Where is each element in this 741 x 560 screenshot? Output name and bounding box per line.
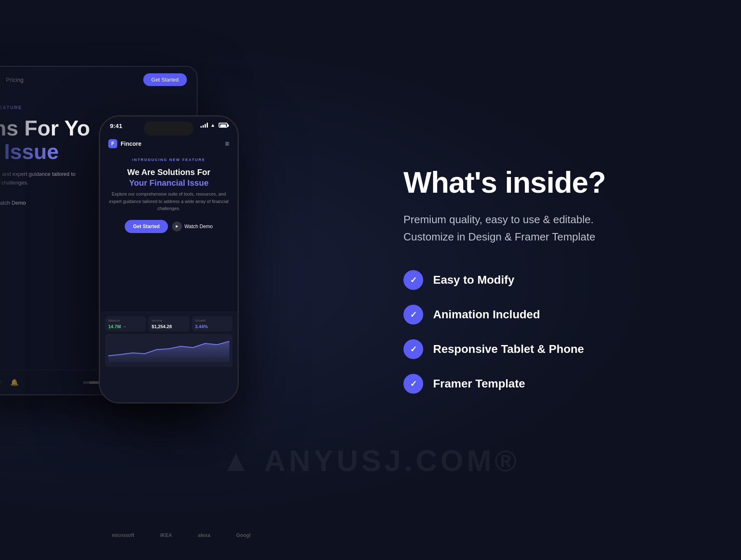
dashboard-card-1: Balance 14.7M →	[105, 316, 146, 331]
phone-headline-line1: We Are Solutions For	[108, 167, 229, 177]
check-circle-1: ✓	[403, 270, 423, 290]
feature-item-1: ✓ Easy to Modify	[403, 270, 700, 290]
card-value-1: 14.7M →	[108, 324, 142, 329]
checkmark-icon-4: ✓	[410, 379, 417, 389]
card-value-3: 3.44%	[195, 324, 229, 329]
phone-headline-colored: Your Financial Issue	[108, 177, 229, 188]
phone-watch-demo-button[interactable]: ▶ Watch Demo	[172, 222, 213, 231]
feature-item-2: ✓ Animation Included	[403, 305, 700, 324]
signal-bar-3	[205, 124, 206, 128]
chart-svg	[108, 337, 229, 362]
phone-play-icon: ▶	[172, 222, 182, 231]
brand-ikea: IKEA	[160, 532, 172, 538]
brand-google: Googl	[236, 532, 251, 538]
card-label-2: Income	[151, 319, 186, 322]
tablet-bottom-icons: 💬 ⊙ 🔔	[0, 378, 19, 386]
tablet-watch-demo-button[interactable]: ▶ Watch Demo	[0, 197, 26, 209]
feature-label-4: Framer Template	[433, 377, 525, 390]
feature-item-3: ✓ Responsive Tablet & Phone	[403, 339, 700, 359]
phone-action-buttons: Get Started ▶ Watch Demo	[108, 220, 229, 233]
card-label-1: Balance	[108, 319, 142, 322]
phone-dynamic-island	[144, 121, 193, 135]
battery-fill	[220, 124, 226, 127]
tablet-badge: NEW FEATURE	[0, 105, 184, 110]
phone-logo: F Fincore	[108, 139, 142, 148]
phone-time: 9:41	[110, 122, 122, 129]
phone-content: INTRODUCING NEW FEATURE We Are Solutions…	[100, 158, 238, 233]
feature-label-3: Responsive Tablet & Phone	[433, 343, 584, 356]
card-label-3: Growth	[195, 319, 229, 322]
phone-screen: 9:41 ▲ F Fin	[100, 117, 238, 402]
phone-mockup: 9:41 ▲ F Fin	[99, 115, 239, 404]
settings-icon: ⊙	[0, 378, 2, 386]
phone-logo-text: Fincore	[121, 140, 142, 147]
phone-get-started-button[interactable]: Get Started	[125, 220, 168, 233]
brand-alexa: alexa	[198, 532, 210, 538]
card-value-2: $1,254.28	[151, 324, 186, 329]
feature-item-4: ✓ Framer Template	[403, 374, 700, 394]
tablet-topbar: Feature Pricing Get Started	[0, 67, 197, 93]
page-title: What's inside?	[403, 166, 700, 199]
tablet-subtext: sources, and expert guidance tailored to…	[0, 170, 96, 187]
phone-subtext: Explore our comprehensive suite of tools…	[108, 191, 229, 212]
battery-icon	[219, 123, 228, 128]
dashboard-card-3: Growth 3.44%	[192, 316, 233, 331]
content-section: What's inside? Premium quality, easy to …	[370, 0, 741, 560]
signal-bar-2	[203, 125, 204, 128]
dashboard-chart	[105, 334, 233, 367]
devices-section: Feature Pricing Get Started NEW FEATURE …	[0, 0, 272, 560]
signal-icon	[200, 123, 208, 128]
page-description: Premium quality, easy to use & editable.…	[403, 211, 642, 245]
checkmark-icon-1: ✓	[410, 275, 417, 285]
tablet-nav-left: Feature Pricing	[0, 77, 23, 83]
dashboard-row-1: Balance 14.7M → Income $1,254.28 Growth …	[105, 316, 233, 331]
features-list: ✓ Easy to Modify ✓ Animation Included ✓ …	[403, 270, 700, 394]
bell-icon: 🔔	[10, 378, 19, 386]
signal-bar-1	[200, 126, 202, 128]
phone-dashboard-preview: Balance 14.7M → Income $1,254.28 Growth …	[100, 312, 238, 402]
hamburger-icon[interactable]: ≡	[225, 140, 229, 148]
check-circle-4: ✓	[403, 374, 423, 394]
dashboard-card-2: Income $1,254.28	[148, 316, 189, 331]
check-circle-2: ✓	[403, 305, 423, 324]
tablet-get-started-button[interactable]: Get Started	[143, 73, 187, 86]
check-circle-3: ✓	[403, 339, 423, 359]
checkmark-icon-3: ✓	[410, 344, 417, 354]
phone-watch-demo-label: Watch Demo	[184, 224, 213, 229]
feature-label-2: Animation Included	[433, 308, 540, 321]
phone-badge: INTRODUCING NEW FEATURE	[108, 158, 229, 162]
tablet-headline-colored: al Issue	[0, 140, 59, 163]
tablet-nav-pricing[interactable]: Pricing	[6, 77, 23, 83]
brand-microsoft: microsoft	[112, 532, 134, 538]
wifi-icon: ▲	[210, 122, 215, 128]
checkmark-icon-2: ✓	[410, 310, 417, 320]
phone-status-icons: ▲	[200, 122, 228, 128]
signal-bar-4	[207, 123, 208, 128]
brand-logos-strip: microsoft IKEA alexa Googl	[99, 527, 263, 544]
phone-nav: F Fincore ≡	[100, 139, 238, 148]
phone-logo-icon: F	[108, 139, 117, 148]
feature-label-1: Easy to Modify	[433, 273, 515, 287]
watch-demo-label: Watch Demo	[0, 200, 26, 206]
phone-headline: We Are Solutions For Your Financial Issu…	[108, 167, 229, 188]
